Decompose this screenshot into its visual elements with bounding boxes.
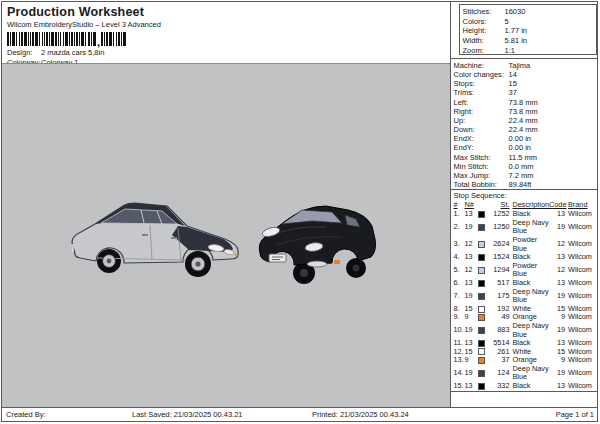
seq-cell-num: 1. bbox=[454, 210, 465, 219]
seq-cell-st: 1252 bbox=[489, 210, 510, 219]
thread-color-swatch bbox=[478, 340, 485, 347]
seq-cell-n: 9 bbox=[465, 356, 478, 365]
production-worksheet-page: Production Worksheet Wilcom EmbroiderySt… bbox=[1, 1, 598, 422]
stop-sequence-section: Stop Sequence: # N# St. Description Code… bbox=[451, 189, 598, 391]
seq-cell-description: Powder Blue bbox=[513, 262, 550, 279]
machine-row-value: 0.00 in bbox=[509, 134, 598, 143]
machine-row-label: EndY: bbox=[454, 143, 509, 152]
seq-cell-swatch bbox=[478, 306, 489, 313]
stop-sequence-row: 7.19175Deep Navy Blue19Wilcom bbox=[454, 288, 598, 305]
seq-cell-brand: Wilcom bbox=[568, 279, 595, 288]
seq-cell-brand: Wilcom bbox=[568, 369, 595, 378]
seq-cell-num: 2. bbox=[454, 223, 465, 232]
worksheet-left-column: Production Worksheet Wilcom EmbroiderySt… bbox=[2, 2, 450, 407]
machine-row: Color changes:14 bbox=[454, 70, 598, 79]
seq-cell-num: 10. bbox=[454, 326, 465, 335]
seq-cell-swatch bbox=[478, 314, 489, 321]
seq-cell-st: 49 bbox=[489, 313, 510, 322]
stop-sequence-row: 3.122624Powder Blue12Wilcom bbox=[454, 236, 598, 253]
machine-row-value: 22.4 mm bbox=[509, 125, 598, 134]
stat-row-label: Height: bbox=[463, 26, 505, 36]
seq-cell-st: 175 bbox=[489, 292, 510, 301]
machine-row-value: 0.00 in bbox=[509, 143, 598, 152]
machine-row: Left:73.8 mm bbox=[454, 98, 598, 107]
design-preview-area bbox=[2, 63, 450, 407]
stat-row: Stitches:16030 bbox=[463, 7, 595, 17]
machine-row-label: Trims: bbox=[454, 88, 509, 97]
seq-cell-num: 7. bbox=[454, 292, 465, 301]
seq-cell-brand: Wilcom bbox=[568, 382, 595, 391]
seq-cell-st: 332 bbox=[489, 382, 510, 391]
design-row: Design:2 mazda cars 5,8in bbox=[7, 48, 450, 58]
machine-row: Trims:37 bbox=[454, 88, 598, 97]
thread-color-swatch bbox=[478, 383, 485, 390]
seq-cell-n: 19 bbox=[465, 369, 478, 378]
seq-cell-description: Deep Navy Blue bbox=[513, 365, 550, 382]
seq-cell-num: 6. bbox=[454, 279, 465, 288]
seq-cell-code: 13 bbox=[549, 382, 565, 391]
machine-row-label: Left: bbox=[454, 98, 509, 107]
seq-cell-n: 12 bbox=[465, 240, 478, 249]
stat-row-label: Width: bbox=[463, 36, 505, 46]
machine-row-label: Total Bobbin: bbox=[454, 180, 509, 189]
design-stats-box: Stitches:16030Colors:5Height:1.77 inWidt… bbox=[459, 4, 598, 55]
stop-sequence-row: 10.19883Deep Navy Blue19Wilcom bbox=[454, 322, 598, 339]
machine-row-label: Max Jump: bbox=[454, 171, 509, 180]
seq-cell-num: 15. bbox=[454, 382, 465, 391]
machine-row-label: Up: bbox=[454, 116, 509, 125]
stop-sequence-rows: 1.131252Black13Wilcom2.191250Deep Navy B… bbox=[454, 210, 598, 390]
stop-sequence-title: Stop Sequence: bbox=[454, 191, 598, 200]
machine-row: Down:22.4 mm bbox=[454, 125, 598, 134]
machine-row-label: Stops: bbox=[454, 79, 509, 88]
software-subtitle: Wilcom EmbroideryStudio – Level 3 Advanc… bbox=[7, 20, 450, 29]
worksheet-stage: Production Worksheet Wilcom EmbroiderySt… bbox=[0, 0, 600, 424]
machine-info-section: Machine:TajimaColor changes:14Stops:15Tr… bbox=[451, 58, 598, 189]
seq-cell-description: Deep Navy Blue bbox=[513, 219, 550, 236]
machine-row-label: Machine: bbox=[454, 61, 509, 70]
seq-cell-n: 9 bbox=[465, 313, 478, 322]
seq-cell-swatch bbox=[478, 224, 489, 231]
seq-cell-description: Black bbox=[513, 382, 550, 391]
seq-cell-n: 12 bbox=[465, 266, 478, 275]
seq-cell-swatch bbox=[478, 348, 489, 355]
thread-color-swatch bbox=[478, 306, 485, 313]
seq-cell-brand: Wilcom bbox=[568, 240, 595, 249]
seq-cell-num: 3. bbox=[454, 240, 465, 249]
seq-cell-num: 9. bbox=[454, 313, 465, 322]
stat-row-value: 5 bbox=[505, 17, 595, 27]
stat-row: Zoom:1:1 bbox=[463, 46, 595, 56]
thread-color-swatch bbox=[478, 370, 485, 377]
seq-cell-num: 13. bbox=[454, 356, 465, 365]
stat-row-value: 16030 bbox=[505, 7, 595, 17]
machine-row-value: 37 bbox=[509, 88, 598, 97]
seq-cell-num: 14. bbox=[454, 369, 465, 378]
machine-row: Right:73.8 mm bbox=[454, 107, 598, 116]
machine-row: Max Jump:7.2 mm bbox=[454, 171, 598, 180]
stat-row-value: 1.77 in bbox=[505, 26, 595, 36]
seq-cell-num: 4. bbox=[454, 253, 465, 262]
machine-row-label: Max Stitch: bbox=[454, 153, 509, 162]
machine-row-value: Tajima bbox=[509, 61, 598, 70]
page-title: Production Worksheet bbox=[7, 5, 450, 19]
seq-cell-swatch bbox=[478, 293, 489, 300]
thread-color-swatch bbox=[478, 293, 485, 300]
stat-row-value: 5.81 in bbox=[505, 36, 595, 46]
thread-color-swatch bbox=[478, 348, 485, 355]
stat-row-label: Zoom: bbox=[463, 46, 505, 56]
stat-row: Colors:5 bbox=[463, 17, 595, 27]
seq-cell-code: 19 bbox=[549, 223, 565, 232]
worksheet-main: Production Worksheet Wilcom EmbroiderySt… bbox=[2, 2, 597, 407]
thread-color-swatch bbox=[478, 211, 485, 218]
seq-cell-description: Deep Navy Blue bbox=[513, 322, 550, 339]
seq-cell-code: 13 bbox=[549, 279, 565, 288]
stop-sequence-row: 14.19124Deep Navy Blue19Wilcom bbox=[454, 365, 598, 382]
seq-cell-st: 124 bbox=[489, 369, 510, 378]
stop-sequence-row: 5.121294Powder Blue12Wilcom bbox=[454, 262, 598, 279]
seq-cell-code: 19 bbox=[549, 292, 565, 301]
silver-sedan-graphic bbox=[65, 192, 249, 282]
seq-cell-swatch bbox=[478, 383, 489, 390]
thread-color-swatch bbox=[478, 357, 485, 364]
thread-color-swatch bbox=[478, 314, 485, 321]
seq-cell-num: 5. bbox=[454, 266, 465, 275]
machine-row: Stops:15 bbox=[454, 79, 598, 88]
